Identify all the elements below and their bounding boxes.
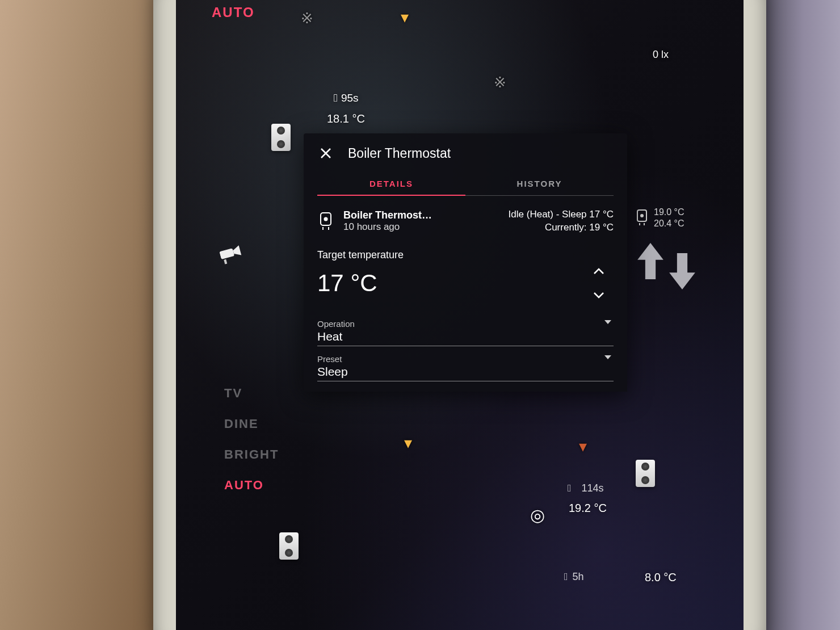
close-button[interactable]	[317, 145, 334, 162]
chevron-down-icon	[593, 292, 604, 299]
sensor-temp-2: 20.4 °C	[654, 218, 684, 229]
motion-icon: 𓀟	[334, 92, 338, 104]
motion-icon: 𓀟	[564, 571, 568, 583]
scene-auto-top[interactable]: AUTO	[212, 5, 255, 20]
temp-br: 8.0 °C	[645, 571, 677, 584]
chevron-up-icon	[593, 268, 604, 275]
arrow-up-icon[interactable]	[637, 243, 664, 279]
card-header: Boiler Thermostat	[304, 133, 627, 170]
nav-arrows	[637, 243, 696, 279]
entity-state-line2: Currently: 19 °C	[509, 221, 614, 234]
preset-label: Preset	[317, 354, 614, 364]
card-tabs: DETAILS HISTORY	[317, 173, 614, 196]
svg-point-12	[324, 217, 328, 221]
scene-bright[interactable]: BRIGHT	[224, 447, 279, 462]
target-temp-label: Target temperature	[304, 238, 627, 263]
motion-living-value: 114s	[582, 482, 604, 494]
temp-up-button[interactable]	[591, 266, 607, 277]
time-br: 𓀟 5h	[564, 571, 584, 583]
temp-living: 19.2 °C	[569, 502, 607, 515]
speaker-icon	[271, 124, 291, 151]
speaker-icon-2	[279, 532, 299, 560]
wall-left	[0, 0, 153, 630]
svg-point-4	[640, 214, 644, 217]
dropdown-icon	[604, 320, 611, 324]
sensor-block-right: 19.0 °C 20.4 °C	[636, 207, 684, 229]
entity-last-changed: 10 hours ago	[343, 221, 499, 233]
thermostat-icon	[317, 212, 334, 231]
motion-hall: 𓀟 95s	[334, 92, 359, 104]
vent-icon: ※	[301, 10, 313, 27]
wall-right	[766, 0, 840, 630]
svg-marker-8	[669, 253, 695, 289]
preset-select[interactable]: Preset Sleep	[317, 354, 614, 381]
operation-label: Operation	[317, 319, 614, 329]
ceiling-light-icon[interactable]: ▾	[401, 8, 409, 27]
sensor-temp-1: 19.0 °C	[654, 207, 684, 218]
entity-state: Idle (Heat) - Sleep 17 °C Currently: 19 …	[509, 208, 614, 234]
boiler-icon	[636, 209, 648, 226]
tab-details[interactable]: DETAILS	[317, 173, 465, 195]
ceiling-light-icon-3[interactable]: ▾	[579, 437, 587, 456]
close-icon	[320, 147, 332, 159]
arrow-down-icon[interactable]	[669, 253, 696, 289]
scene-auto[interactable]: AUTO	[224, 478, 279, 493]
time-br-value: 5h	[573, 571, 584, 583]
scene-dine[interactable]: DINE	[224, 417, 279, 431]
preset-value: Sleep	[317, 365, 614, 379]
ceiling-light-icon-2[interactable]: ▾	[404, 434, 412, 452]
target-temp-row: 17 °C	[304, 263, 627, 311]
temp-hall: 18.1 °C	[327, 112, 365, 125]
target-temp-value: 17 °C	[317, 270, 377, 297]
temp-stepper	[591, 266, 607, 301]
motion-hall-value: 95s	[341, 92, 359, 104]
svg-marker-7	[637, 243, 663, 279]
vent-icon-2: ※	[494, 74, 506, 91]
entity-info-row: Boiler Thermost… 10 hours ago Idle (Heat…	[304, 196, 627, 238]
svg-rect-2	[224, 259, 227, 264]
card-title: Boiler Thermostat	[348, 146, 451, 161]
operation-select[interactable]: Operation Heat	[317, 319, 614, 346]
motion-icon: 𓀟	[568, 482, 572, 494]
motion-living: 𓀟 114s	[568, 482, 604, 494]
svg-rect-0	[219, 248, 234, 259]
tab-history[interactable]: HISTORY	[465, 173, 614, 195]
lux-right: 0 lx	[653, 49, 669, 61]
temp-down-button[interactable]	[591, 289, 607, 301]
entity-state-line1: Idle (Heat) - Sleep 17 °C	[509, 208, 614, 221]
target-icon[interactable]: ◎	[530, 505, 545, 525]
speaker-icon-3	[636, 460, 655, 487]
dropdown-icon	[604, 355, 611, 359]
thermostat-card: Boiler Thermostat DETAILS HISTORY Boiler…	[304, 133, 627, 392]
scene-list: TV DINE BRIGHT AUTO	[224, 386, 279, 493]
entity-name: Boiler Thermost…	[343, 209, 499, 221]
operation-value: Heat	[317, 330, 614, 343]
scene-tv[interactable]: TV	[224, 386, 279, 401]
